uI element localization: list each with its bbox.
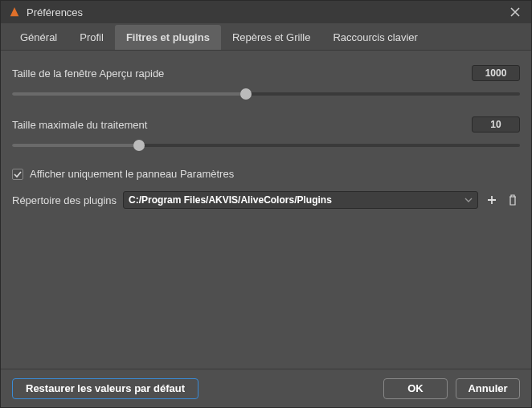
close-icon[interactable] [507,7,523,17]
tab-profile[interactable]: Profil [68,25,115,50]
slider-thumb[interactable] [240,88,252,100]
footer: Restaurer les valeurs par défaut OK Annu… [1,369,531,407]
preview-size-slider[interactable] [12,88,520,100]
checkbox-label: Afficher uniquement le panneau Paramètre… [30,168,234,180]
plugin-dir-label: Répertoire des plugins [12,194,117,206]
preview-size-label: Taille de la fenêtre Aperçu rapide [12,67,164,80]
tab-general[interactable]: Général [9,25,68,50]
plugin-dir-dropdown[interactable]: C:/Program Files/AKVIS/AliveColors/Plugi… [123,191,478,209]
tab-shortcuts[interactable]: Raccourcis clavier [321,25,428,50]
preferences-window: Préférences Général Profil Filtres et pl… [0,0,532,408]
max-processing-value[interactable]: 10 [472,116,520,133]
slider-fill [12,92,246,96]
delete-plugin-dir-button[interactable] [505,193,520,207]
tab-content: Taille de la fenêtre Aperçu rapide 1000 … [1,51,531,369]
show-params-only-checkbox[interactable] [12,169,23,180]
titlebar: Préférences [1,1,531,23]
preview-size-row: Taille de la fenêtre Aperçu rapide 1000 [12,65,520,81]
chevron-down-icon [464,198,473,202]
checkbox-row: Afficher uniquement le panneau Paramètre… [12,168,520,180]
app-icon [9,6,20,18]
slider-thumb[interactable] [133,140,145,151]
restore-defaults-button[interactable]: Restaurer les valeurs par défaut [12,378,198,399]
plugin-dir-row: Répertoire des plugins C:/Program Files/… [12,191,520,209]
max-processing-label: Taille maximale du traitement [12,119,147,131]
preview-size-value[interactable]: 1000 [472,65,520,81]
slider-fill [12,144,139,147]
max-processing-row: Taille maximale du traitement 10 [12,116,520,133]
tab-guides-grid[interactable]: Repères et Grille [221,25,322,50]
tab-filters-plugins[interactable]: Filtres et plugins [115,25,221,50]
max-processing-slider[interactable] [12,139,520,152]
add-plugin-dir-button[interactable] [485,193,499,207]
plugin-dir-path: C:/Program Files/AKVIS/AliveColors/Plugi… [129,194,332,206]
cancel-button[interactable]: Annuler [456,378,520,399]
ok-button[interactable]: OK [383,378,448,399]
tabs: Général Profil Filtres et plugins Repère… [1,23,531,51]
window-title: Préférences [27,6,507,18]
